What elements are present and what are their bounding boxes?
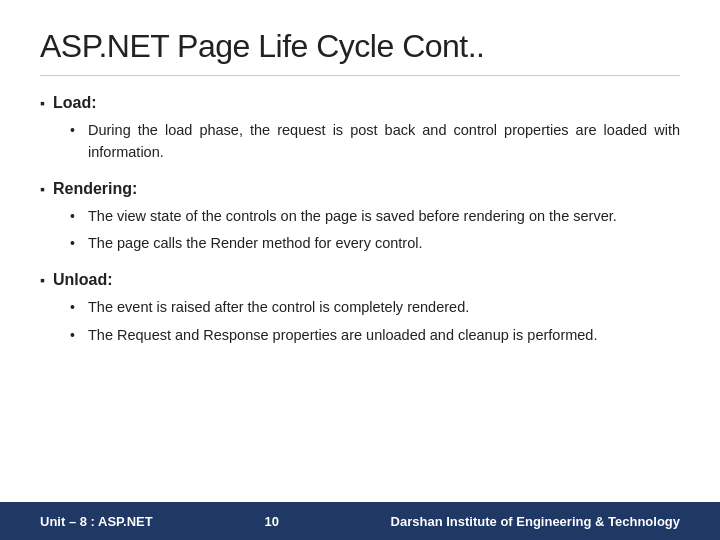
footer-right: Darshan Institute of Engineering & Techn…	[391, 514, 680, 529]
list-item: The event is raised after the control is…	[70, 297, 680, 319]
list-item: During the load phase, the request is po…	[70, 120, 680, 164]
section-heading-load: Load:	[40, 94, 680, 112]
slide-container: ASP.NET Page Life Cycle Cont.. Load: Dur…	[0, 0, 720, 540]
footer: Unit – 8 : ASP.NET 10 Darshan Institute …	[0, 502, 720, 540]
list-item: The page calls the Render method for eve…	[70, 233, 680, 255]
footer-left: Unit – 8 : ASP.NET	[40, 514, 153, 529]
bullet-list-unload: The event is raised after the control is…	[40, 297, 680, 347]
list-item: The Request and Response properties are …	[70, 325, 680, 347]
section-load: Load: During the load phase, the request…	[40, 94, 680, 164]
content-area: ASP.NET Page Life Cycle Cont.. Load: Dur…	[0, 0, 720, 502]
section-rendering: Rendering: The view state of the control…	[40, 180, 680, 256]
title-divider	[40, 75, 680, 76]
bullet-list-load: During the load phase, the request is po…	[40, 120, 680, 164]
section-heading-unload: Unload:	[40, 271, 680, 289]
footer-center: 10	[264, 514, 278, 529]
slide-title: ASP.NET Page Life Cycle Cont..	[40, 28, 680, 65]
bullet-list-rendering: The view state of the controls on the pa…	[40, 206, 680, 256]
section-unload: Unload: The event is raised after the co…	[40, 271, 680, 347]
list-item: The view state of the controls on the pa…	[70, 206, 680, 228]
section-heading-rendering: Rendering:	[40, 180, 680, 198]
